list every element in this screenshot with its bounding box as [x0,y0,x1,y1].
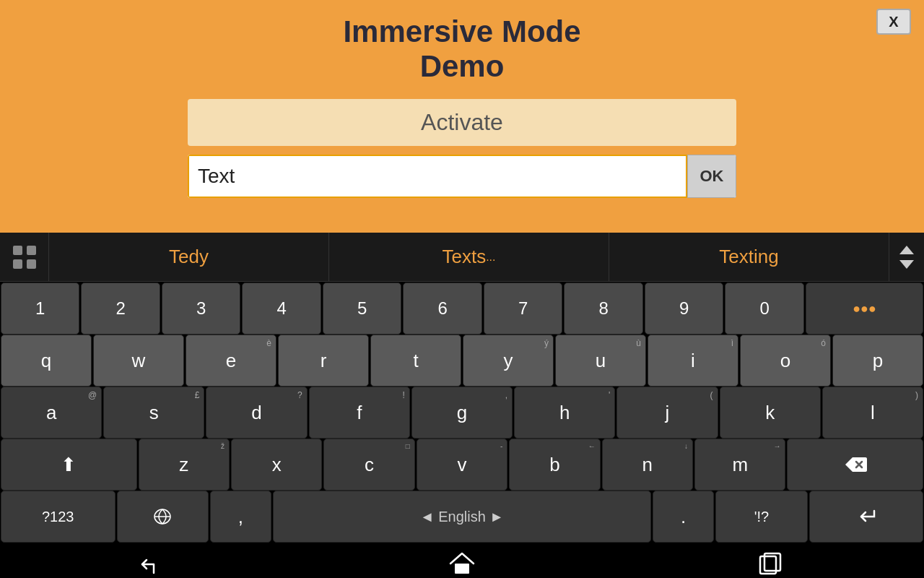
enter-key[interactable] [809,491,924,543]
key-k[interactable]: k [720,387,821,439]
svg-rect-0 [13,246,22,255]
key-x[interactable]: x [231,439,322,491]
svg-marker-5 [899,260,914,269]
key-l[interactable]: l) [822,387,923,439]
zxcv-row: ⬆ zž x c□ v- b← n↓ m→ [0,438,924,490]
svg-marker-4 [899,246,914,254]
key-a[interactable]: a@ [1,387,102,439]
key-s[interactable]: s£ [103,387,204,439]
delete-key[interactable] [787,439,923,491]
bottom-row: ?123 , ◄ English ► . '!? [0,490,924,542]
key-8[interactable]: 8 [564,282,642,335]
space-key[interactable]: ◄ English ► [273,491,651,543]
key-j[interactable]: j( [616,387,718,439]
shift-key[interactable]: ⬆ [1,439,137,491]
home-button[interactable] [433,549,491,578]
key-5[interactable]: 5 [323,282,401,335]
key-u[interactable]: uù [555,335,646,387]
space-lang-label: ◄ English ► [420,509,504,525]
num-sym-key[interactable]: ?123 [1,491,116,543]
text-input[interactable] [188,155,687,198]
period-key[interactable]: . [653,491,714,543]
recents-button[interactable] [741,549,799,578]
key-e[interactable]: eè [186,335,276,387]
suggestion-texting[interactable]: Texting [609,233,889,282]
key-d[interactable]: d? [206,387,307,439]
key-dots[interactable]: ●●● [806,282,923,335]
nav-bar [0,542,924,578]
shift-icon: ⬆ [61,454,77,476]
key-r[interactable]: r [278,335,369,387]
key-g[interactable]: g, [411,387,513,439]
key-2[interactable]: 2 [81,282,160,335]
keyboard-grid-icon[interactable] [0,233,49,282]
key-9[interactable]: 9 [645,282,723,335]
close-button[interactable]: X [876,9,911,35]
ok-button[interactable]: OK [687,155,736,198]
key-t[interactable]: t [370,335,461,387]
key-o[interactable]: oó [740,335,831,387]
app-area: X Immersive Mode Demo Activate OK [0,0,924,233]
svg-rect-1 [27,246,36,255]
key-4[interactable]: 4 [242,282,321,335]
key-v[interactable]: v- [417,439,507,491]
suggestion-tedy[interactable]: Tedy [49,233,329,282]
lang-key[interactable] [117,491,209,543]
sym-key[interactable]: '!? [715,491,807,543]
suggestion-texts[interactable]: Texts ... [329,233,609,282]
key-n[interactable]: n↓ [602,439,693,491]
key-c[interactable]: c□ [323,439,414,491]
key-p[interactable]: p [832,335,923,387]
key-i[interactable]: iì [648,335,738,387]
back-button[interactable] [125,549,183,578]
suggestions-row: Tedy Texts ... Texting [0,233,924,282]
key-h[interactable]: h' [514,387,615,439]
key-0[interactable]: 0 [725,282,803,335]
svg-rect-3 [27,259,36,269]
deactivate-row: OK [188,155,736,198]
number-row: 1 2 3 4 5 6 7 8 9 0 ●●● [0,282,924,334]
key-q[interactable]: q [1,335,92,387]
key-z[interactable]: zž [139,439,230,491]
scroll-icon[interactable] [889,233,924,282]
key-6[interactable]: 6 [403,282,481,335]
key-b[interactable]: b← [509,439,600,491]
key-m[interactable]: m→ [694,439,785,491]
key-w[interactable]: w [93,335,184,387]
app-title: Immersive Mode Demo [343,14,580,85]
key-1[interactable]: 1 [1,282,79,335]
key-3[interactable]: 3 [162,282,240,335]
qwerty-row: q w eè r t yý uù iì oó p [0,334,924,386]
svg-rect-2 [13,259,22,269]
keyboard: Tedy Texts ... Texting 1 2 3 4 5 6 7 8 9… [0,233,924,542]
key-7[interactable]: 7 [484,282,562,335]
svg-rect-7 [455,564,469,574]
activate-button[interactable]: Activate [188,99,736,146]
key-f[interactable]: f! [309,387,410,439]
comma-key[interactable]: , [210,491,271,543]
key-y[interactable]: yý [463,335,554,387]
asdf-row: a@ s£ d? f! g, h' j( k l) [0,386,924,438]
